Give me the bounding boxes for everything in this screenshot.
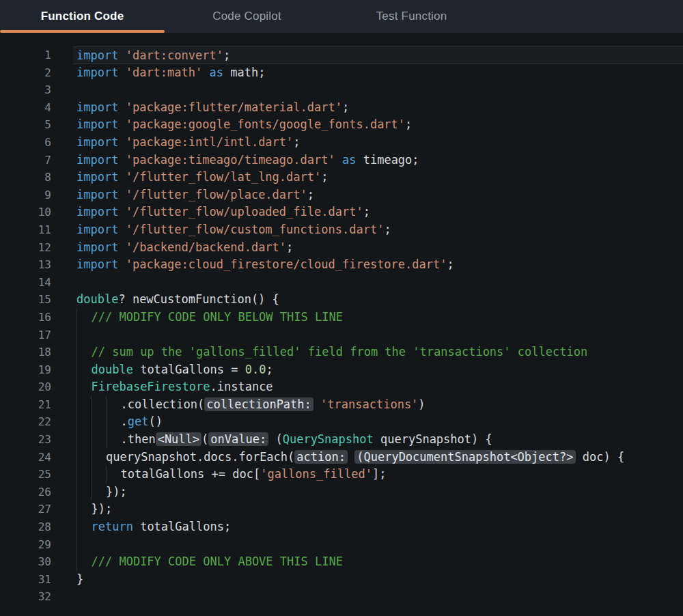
code-token: '/flutter_flow/uploaded_file.dart' (126, 205, 363, 219)
code-token (118, 48, 125, 62)
code-token: QuerySnapshot (283, 432, 374, 446)
indent-guide (76, 309, 91, 326)
code-token: import (76, 153, 118, 167)
code-token: ; (447, 257, 454, 271)
code-token (118, 100, 125, 114)
line-number: 18 (0, 344, 73, 361)
code-token: .collection( (120, 397, 204, 411)
code-token: ) (418, 397, 425, 411)
tab-bar: Function CodeCode CopilotTest Function (0, 0, 683, 33)
code-token: as (342, 153, 356, 167)
code-token: '/flutter_flow/place.dart' (126, 188, 307, 201)
line-number: 3 (0, 81, 73, 99)
code-token (118, 240, 125, 254)
code-token: }); (91, 502, 112, 516)
code-token: import (76, 117, 118, 131)
code-line: 26 }); (0, 484, 683, 501)
code-token: '/backend/backend.dart' (126, 240, 286, 254)
code-token: () (148, 415, 162, 428)
tab-function-code[interactable]: Function Code (0, 0, 165, 33)
code-line-content: import 'package:intl/intl.dart'; (73, 134, 683, 152)
code-token: import (76, 170, 118, 184)
code-line: 25 totalGallons += doc['gallons_filled']… (0, 466, 683, 484)
indent-guide (76, 501, 91, 518)
tab-code-copilot[interactable]: Code Copilot (165, 0, 329, 33)
code-line: 3 (0, 81, 683, 99)
code-line: 29 (0, 536, 683, 554)
indent-guide (76, 536, 91, 554)
code-line-content (73, 588, 683, 606)
line-number: 13 (0, 256, 73, 274)
code-token: 'package:flutter/material.dart' (126, 100, 342, 114)
indent-guide (91, 413, 105, 431)
code-line: 28 return totalGallons; (0, 518, 683, 536)
code-line-content: double totalGallons = 0.0; (73, 361, 683, 379)
line-number: 12 (0, 239, 73, 257)
code-token: ; (223, 48, 230, 62)
code-token: import (76, 188, 118, 201)
indent-guide (106, 396, 120, 414)
tab-test-function[interactable]: Test Function (329, 0, 494, 33)
code-token: ; (293, 135, 300, 149)
indent-guide (76, 413, 91, 431)
code-line: 24 querySnapshot.docs.forEach(action: (Q… (0, 449, 683, 466)
line-number: 32 (0, 588, 73, 606)
code-line-content: import '/flutter_flow/lat_lng.dart'; (73, 169, 683, 186)
code-token: timeago; (356, 153, 419, 167)
code-token: import (76, 257, 118, 271)
line-number: 1 (0, 46, 73, 64)
code-editor[interactable]: 1import 'dart:convert';2import 'dart:mat… (0, 33, 683, 616)
line-number: 26 (0, 484, 73, 501)
code-line: 8import '/flutter_flow/lat_lng.dart'; (0, 169, 683, 186)
indent-guide (76, 344, 91, 361)
code-line: 5import 'package:google_fonts/google_fon… (0, 116, 683, 134)
code-line: 11import '/flutter_flow/custom_functions… (0, 221, 683, 239)
code-token (118, 135, 125, 149)
code-token: ( (268, 432, 282, 446)
tab-label: Function Code (41, 10, 124, 23)
code-token: FirebaseFirestore (91, 380, 210, 393)
inlay-hint: action: (294, 450, 348, 464)
code-token: ( (201, 432, 208, 446)
code-line-content: totalGallons += doc['gallons_filled']; (73, 466, 683, 484)
code-line: 19 double totalGallons = 0.0; (0, 361, 683, 379)
code-line: 17 (0, 326, 683, 344)
code-line-content: import 'dart:convert'; (73, 46, 683, 64)
code-token: 'package:timeago/timeago.dart' (126, 153, 335, 167)
code-token: ; (342, 100, 349, 114)
code-line: 20 FirebaseFirestore.instance (0, 378, 683, 396)
custom-function-editor: Function CodeCode CopilotTest Function 1… (0, 0, 683, 616)
code-line-content (73, 81, 683, 99)
code-line-content: import 'package:flutter/material.dart'; (73, 99, 683, 117)
code-token: double (76, 292, 118, 306)
code-line-content: import 'package:cloud_firestore/cloud_fi… (73, 256, 683, 274)
code-line-content: double? newCustomFunction() { (73, 291, 683, 309)
indent-guide (106, 413, 120, 431)
indent-guide (76, 326, 91, 344)
code-token (202, 66, 209, 79)
code-token: ; (266, 363, 273, 376)
code-token: }); (106, 485, 127, 499)
code-line: 16 /// MODIFY CODE ONLY BELOW THIS LINE (0, 309, 683, 326)
code-token: 'package:cloud_firestore/cloud_firestore… (126, 257, 447, 271)
indent-guide (91, 466, 105, 484)
indent-guide (76, 378, 91, 396)
code-line-content (73, 274, 683, 292)
code-line-content: .then<Null>(onValue: (QuerySnapshot quer… (73, 431, 683, 449)
code-line-content: return totalGallons; (73, 518, 683, 536)
code-token: import (76, 205, 118, 219)
line-number: 17 (0, 326, 73, 344)
line-number: 9 (0, 186, 73, 204)
code-token: ; (307, 188, 314, 201)
indent-guide (76, 518, 91, 536)
code-line-content: import '/flutter_flow/place.dart'; (73, 186, 683, 204)
code-token: // sum up the 'gallons_filled' field fro… (91, 345, 587, 359)
code-line-content: import '/flutter_flow/uploaded_file.dart… (73, 204, 683, 221)
code-line: 15double? newCustomFunction() { (0, 291, 683, 309)
code-line-content: import '/flutter_flow/custom_functions.d… (73, 221, 683, 239)
code-token: . (120, 415, 127, 428)
code-line-content: import 'dart:math' as math; (73, 64, 683, 82)
code-line: 1import 'dart:convert'; (0, 46, 683, 64)
line-number: 7 (0, 152, 73, 169)
code-token (335, 153, 342, 167)
